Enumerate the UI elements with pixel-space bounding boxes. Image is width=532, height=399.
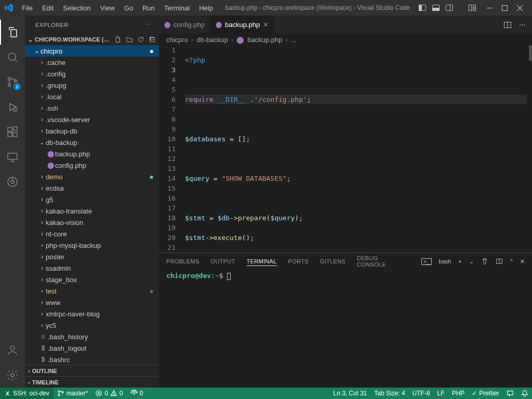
tree-file[interactable]: $.bashrc	[25, 354, 159, 365]
tree-folder[interactable]: ›nt-core	[25, 228, 159, 240]
menu-view[interactable]: View	[96, 2, 119, 14]
tree-folder[interactable]: ›xmlrpc-naver-blog	[25, 308, 159, 320]
close-icon[interactable]: ✕	[263, 21, 269, 29]
breadcrumb[interactable]: chicpro› db-backup› ⬤ backup.php› ...	[159, 34, 532, 45]
maximize-icon[interactable]	[502, 5, 508, 11]
toggle-panel-icon[interactable]	[432, 4, 440, 12]
tree-file[interactable]: ≣.bash_history	[25, 331, 159, 342]
status-feedback-icon[interactable]	[503, 388, 517, 399]
status-prettier[interactable]: ✓Prettier	[468, 388, 503, 399]
collapse-all-icon[interactable]	[149, 36, 156, 43]
outline-section[interactable]: ›OUTLINE	[25, 365, 159, 376]
tree-folder[interactable]: ›.gnupg	[25, 79, 159, 91]
terminal-content[interactable]: chicpro@dev:~$	[159, 270, 532, 388]
menu-go[interactable]: Go	[120, 2, 137, 14]
explorer-icon[interactable]	[0, 20, 25, 45]
terminal-dropdown-icon[interactable]: ⌄	[469, 258, 474, 265]
workspace-header[interactable]: ⌄ CHICPRO.WORKSPACE (WORKSPACE)	[25, 34, 159, 45]
tree-folder[interactable]: ›test●	[25, 285, 159, 297]
menu-help[interactable]: Help	[195, 2, 217, 14]
tab-backup[interactable]: ⬤ backup.php ✕	[210, 16, 274, 34]
tree-folder[interactable]: ›poster	[25, 251, 159, 262]
close-icon[interactable]	[517, 5, 523, 11]
new-terminal-icon[interactable]: +	[458, 258, 461, 264]
new-folder-icon[interactable]	[126, 36, 133, 43]
source-control-icon[interactable]: 2	[0, 70, 25, 95]
svg-point-30	[10, 346, 15, 350]
settings-gear-icon[interactable]	[0, 363, 25, 388]
minimize-icon[interactable]	[487, 5, 493, 11]
more-actions-icon[interactable]: ⋯	[519, 21, 526, 29]
terminal-shell-label[interactable]: bash	[439, 258, 451, 264]
status-ports[interactable]: 0	[127, 388, 147, 399]
status-lang[interactable]: PHP	[448, 388, 469, 399]
timeline-section[interactable]: ›TIMELINE	[25, 376, 159, 388]
status-encoding[interactable]: UTF-8	[409, 388, 434, 399]
editor-tabs: ⬤ config.php ⬤ backup.php ✕ ⋯	[159, 16, 532, 34]
gitlens-icon[interactable]	[0, 169, 25, 194]
status-bell-icon[interactable]	[517, 388, 532, 399]
tree-folder[interactable]: ›demo●	[25, 171, 159, 182]
panel-tab-terminal[interactable]: TERMINAL	[247, 257, 277, 266]
panel-tab-gitlens[interactable]: GITLENS	[320, 257, 345, 265]
panel-tab-problems[interactable]: PROBLEMS	[166, 257, 200, 265]
tree-folder[interactable]: ›www	[25, 297, 159, 308]
status-tabsize[interactable]: Tab Size: 4	[370, 388, 408, 399]
tree-folder[interactable]: ›g5	[25, 194, 159, 205]
extensions-icon[interactable]	[0, 119, 25, 144]
tree-root-folder[interactable]: ⌄ chicpro ●	[25, 45, 159, 57]
split-terminal-icon[interactable]	[496, 258, 503, 265]
tree-folder[interactable]: ›.cache	[25, 57, 159, 68]
tab-config[interactable]: ⬤ config.php	[159, 16, 210, 34]
panel-tab-ports[interactable]: PORTS	[288, 257, 309, 265]
maximize-panel-icon[interactable]: ^	[510, 258, 513, 264]
panel-tab-output[interactable]: OUTPUT	[211, 257, 235, 265]
svg-rect-23	[14, 127, 17, 130]
search-icon[interactable]	[0, 45, 25, 70]
toggle-primary-sidebar-icon[interactable]	[418, 4, 427, 12]
menu-file[interactable]: File	[18, 2, 37, 14]
status-branch[interactable]: master*	[54, 388, 91, 399]
tree-folder[interactable]: ›kakao-vision	[25, 217, 159, 228]
customize-layout-icon[interactable]	[468, 4, 476, 12]
menu-terminal[interactable]: Terminal	[160, 2, 194, 14]
menu-run[interactable]: Run	[138, 2, 159, 14]
code-editor[interactable]: 123456789101112131415161718192021 <?php …	[159, 45, 532, 252]
split-editor-icon[interactable]	[503, 21, 512, 29]
remote-explorer-icon[interactable]	[0, 144, 25, 169]
tree-folder[interactable]: ›stage_box	[25, 274, 159, 285]
accounts-icon[interactable]	[0, 338, 25, 363]
refresh-icon[interactable]	[137, 36, 144, 43]
menu-edit[interactable]: Edit	[38, 2, 58, 14]
tree-folder[interactable]: ›php-mysql-backup	[25, 240, 159, 251]
close-panel-icon[interactable]: ✕	[520, 258, 525, 265]
run-debug-icon[interactable]	[0, 95, 25, 119]
status-cursor[interactable]: Ln 3, Col 31	[330, 388, 371, 399]
trash-icon[interactable]	[481, 258, 488, 265]
tree-folder[interactable]: ›.vscode-server	[25, 114, 159, 125]
toggle-secondary-sidebar-icon[interactable]	[445, 4, 454, 12]
menu-bar: File Edit Selection View Go Run Terminal…	[18, 2, 217, 14]
status-problems[interactable]: 0 0	[91, 388, 126, 399]
tree-folder[interactable]: ›ecdsa	[25, 182, 159, 194]
explorer-more-icon[interactable]: ⋯	[145, 21, 151, 28]
tree-folder[interactable]: ›ssadmin	[25, 262, 159, 274]
code-content[interactable]: <?php require·__DIR__·.'/config.php'; $d…	[185, 45, 527, 252]
status-eol[interactable]: LF	[434, 388, 448, 399]
tree-folder[interactable]: ›backup-db	[25, 125, 159, 137]
tree-folder[interactable]: ›.local	[25, 91, 159, 102]
status-remote[interactable]: SSH: oci-dev	[0, 388, 54, 399]
tree-file[interactable]: ⬤config.php	[25, 159, 159, 171]
tree-folder[interactable]: ›.config	[25, 68, 159, 79]
tree-file[interactable]: ⬤backup.php	[25, 148, 159, 159]
tree-folder[interactable]: ›.ssh	[25, 102, 159, 114]
tree-folder[interactable]: ›yc5	[25, 320, 159, 331]
menu-selection[interactable]: Selection	[59, 2, 95, 14]
tree-folder[interactable]: ›kakao-translate	[25, 205, 159, 217]
tree-folder[interactable]: ⌄db-backup	[25, 137, 159, 148]
tree-file[interactable]: $.bash_logout	[25, 342, 159, 354]
panel-tab-debug[interactable]: DEBUG CONSOLE	[357, 254, 398, 269]
terminal-launch-icon[interactable]: >_	[421, 258, 431, 265]
minimap[interactable]	[527, 45, 532, 252]
new-file-icon[interactable]	[114, 36, 122, 43]
